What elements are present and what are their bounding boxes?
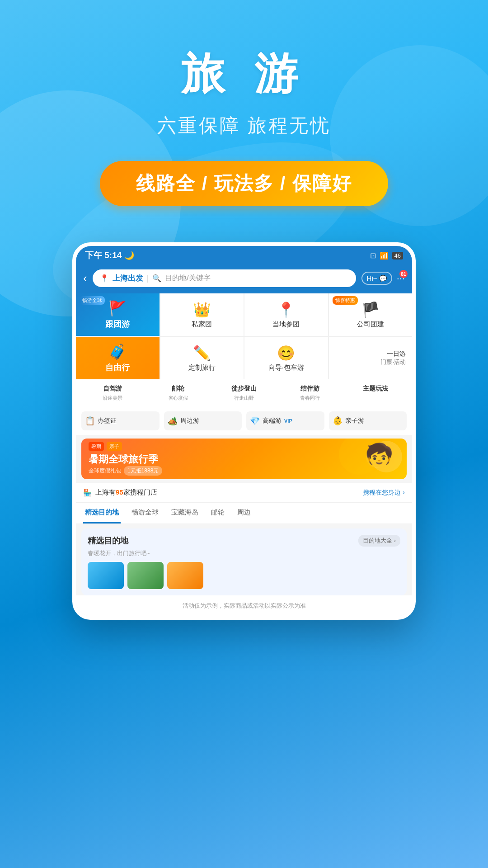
search-icon: 🔍 [152,274,161,283]
category-custom-travel[interactable]: ✏️ 定制旅行 [160,337,244,379]
category-group-tour[interactable]: 畅游全球 🚩 跟团游 [76,293,160,336]
search-input-area[interactable]: 📍 上海出发 | 🔍 目的地/关键字 [93,269,356,287]
free-travel-icon: 🧳 [108,343,127,360]
ticket-label: 门票·活动 [380,358,406,366]
banner-tag1: 暑期 [89,442,104,451]
category-free-travel[interactable]: 🧳 自由行 [76,337,160,379]
banner-sub: 全球度假礼包 [89,467,121,475]
visa-icon: 📋 [85,416,95,426]
category-private-tour[interactable]: 👑 私家团 [160,293,244,336]
self-drive-sub: 沿途美景 [103,395,122,401]
guide-tour-icon: 😊 [277,344,295,362]
tag-family[interactable]: 👶 亲子游 [329,411,407,430]
hi-label: Hi~ [367,274,377,282]
private-tour-icon: 👑 [193,301,211,318]
惊喜特惠-tag: 惊喜特惠 [333,296,358,305]
store-icon: 🏪 [83,489,92,497]
company-tour-icon: 🏴 [361,301,380,318]
notification-count: 81 [399,270,408,278]
store-left: 🏪 上海有95家携程门店 [83,488,157,497]
disclaimer: 活动仅为示例，实际商品或活动以实际公示为准 [76,595,412,616]
companion-label: 结伴游 [300,385,319,393]
category-cruise[interactable]: 邮轮 省心度假 [145,385,211,401]
phone-container: 下午 5:14 🌙 ⊡ 📶 46 ‹ 📍 上海出发 | 🔍 目的地/关键字 [72,242,416,620]
banner-text-area: 暑期 亲子 暑期全球旅行季 全球度假礼包 1元抵1888元 [81,442,169,476]
status-bar: 下午 5:14 🌙 ⊡ 📶 46 [76,246,412,265]
family-label: 亲子游 [345,417,364,425]
category-hiking[interactable]: 徒步登山 行走山野 [211,385,277,401]
tag-nearby[interactable]: 🏕️ 周边游 [164,411,242,430]
hiking-sub: 行走山野 [234,395,254,401]
tags-row: 📋 办签证 🏕️ 周边游 💎 高端游 VIP 👶 亲子游 [76,407,412,435]
category-self-drive[interactable]: 自驾游 沿途美景 [80,385,145,401]
search-bar: ‹ 📍 上海出发 | 🔍 目的地/关键字 Hi~ 💬 ··· 81 [76,265,412,293]
row-categories: 自驾游 沿途美景 邮轮 省心度假 徒步登山 行走山野 结伴游 青春同行 主题玩法 [76,379,412,407]
hero-badge[interactable]: 线路全 / 玩法多 / 保障好 [100,161,388,206]
family-icon: 👶 [333,416,343,426]
nearby-label: 周边游 [180,417,199,425]
hi-badge[interactable]: Hi~ 💬 [361,272,392,285]
phone-inner: 下午 5:14 🌙 ⊡ 📶 46 ‹ 📍 上海出发 | 🔍 目的地/关键字 [76,246,412,616]
store-info: 🏪 上海有95家携程门店 携程在您身边 › [76,483,412,503]
banner-promo: 1元抵1888元 [124,466,162,476]
departure-city: 上海出发 [113,273,143,283]
category-guide-tour[interactable]: 😊 向导·包车游 [244,337,328,379]
tab-nearby[interactable]: 周边 [235,503,253,524]
tab-cruise[interactable]: 邮轮 [209,503,226,524]
tab-selected-dest[interactable]: 精选目的地 [83,503,121,524]
private-tour-label: 私家团 [192,320,212,329]
category-day-ticket[interactable]: 一日游 门票·活动 [329,337,413,379]
luxury-icon: 💎 [250,416,260,426]
location-icon: 📍 [100,274,109,283]
header-actions: Hi~ 💬 ··· 81 [361,272,405,285]
phone-frame: 下午 5:14 🌙 ⊡ 📶 46 ‹ 📍 上海出发 | 🔍 目的地/关键字 [72,242,416,620]
tab-island[interactable]: 宝藏海岛 [169,503,200,524]
battery-icon: 46 [392,252,403,259]
banner-tag2: 亲子 [107,442,122,451]
tag-visa[interactable]: 📋 办签证 [81,411,160,430]
status-icons: ⊡ 📶 46 [370,251,403,260]
banner-title: 暑期全球旅行季 [89,453,162,466]
group-tour-icon: 🚩 [108,300,127,317]
local-tour-label: 当地参团 [272,320,300,329]
screen-icon: ⊡ [370,251,376,260]
hero-title: 旅 游 [0,45,488,104]
moon-icon: 🌙 [124,250,134,260]
category-theme[interactable]: 主题玩法 [343,385,408,401]
notification-badge[interactable]: ··· 81 [397,273,405,284]
category-company-tour[interactable]: 惊喜特惠 🏴 公司团建 [329,293,413,336]
hero-subtitle: 六重保障 旅程无忧 [0,113,488,138]
畅游全球-tag: 畅游全球 [80,296,105,305]
category-companion[interactable]: 结伴游 青春同行 [277,385,343,401]
store-link[interactable]: 携程在您身边 › [363,489,405,497]
companion-sub: 青春同行 [300,395,320,401]
featured-link[interactable]: 目的地大全 › [358,535,400,547]
company-tour-label: 公司团建 [357,320,384,329]
free-travel-label: 自由行 [105,362,130,373]
guide-tour-label: 向导·包车游 [268,363,304,372]
promo-banner[interactable]: 暑期 亲子 暑期全球旅行季 全球度假礼包 1元抵1888元 🧒 [81,439,407,479]
featured-title: 精选目的地 [88,535,128,546]
local-tour-icon: 📍 [277,301,295,318]
visa-label: 办签证 [98,417,117,425]
featured-section: 精选目的地 目的地大全 › 春暖花开，出门旅行吧~ [81,528,407,595]
theme-label: 主题玩法 [363,385,388,393]
tab-world-tour[interactable]: 畅游全球 [130,503,160,524]
search-placeholder: 目的地/关键字 [165,274,210,283]
status-time: 下午 5:14 [85,250,122,261]
luxury-label: 高端游 [263,417,282,425]
self-drive-label: 自驾游 [103,385,122,393]
chat-icon: 💬 [379,275,387,282]
custom-travel-icon: ✏️ [193,344,211,362]
nearby-icon: 🏕️ [168,416,178,426]
banner-decoration: 🧒 [280,439,407,479]
tag-luxury[interactable]: 💎 高端游 VIP [246,411,324,430]
store-text: 上海有95家携程门店 [95,488,157,497]
cruise-label: 邮轮 [172,385,184,393]
featured-header: 精选目的地 目的地大全 › [88,535,400,547]
day-tour-label: 一日游 [387,350,406,358]
back-button[interactable]: ‹ [83,271,87,285]
cruise-sub: 省心度假 [168,395,188,401]
store-count: 95 [116,488,123,496]
category-local-tour[interactable]: 📍 当地参团 [244,293,328,336]
